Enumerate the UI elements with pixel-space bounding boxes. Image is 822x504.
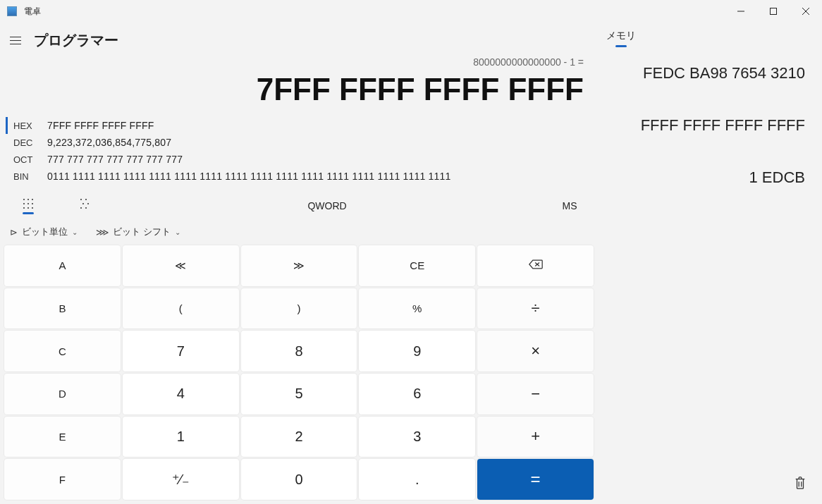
key-lpar[interactable]: (: [123, 288, 239, 329]
chevron-down-icon: ⌄: [175, 228, 180, 236]
key-ce[interactable]: CE: [359, 245, 475, 286]
backspace-icon: [529, 259, 543, 271]
memory-list: FEDC BA98 7654 3210 FFFF FFFF FFFF FFFF …: [603, 51, 811, 473]
key-3[interactable]: 3: [359, 417, 475, 457]
svg-rect-1: [771, 8, 777, 15]
titlebar-left: 電卓: [7, 6, 41, 18]
radix-label-oct: OCT: [13, 154, 37, 165]
radix-label-bin: BIN: [13, 171, 37, 182]
logic-gate-icon: ⊳: [10, 227, 18, 238]
key-multiply[interactable]: ×: [477, 331, 594, 371]
clear-memory-button[interactable]: [794, 480, 806, 492]
key-5[interactable]: 5: [241, 374, 357, 414]
key-backspace[interactable]: [477, 245, 594, 286]
bitshift-icon: ⋙: [96, 227, 109, 238]
radix-value-bin: 0111 1111 1111 1111 1111 1111 1111 1111 …: [47, 171, 450, 182]
key-d[interactable]: D: [4, 374, 121, 414]
radix-hex[interactable]: HEX 7FFF FFFF FFFF FFFF: [6, 117, 598, 134]
key-subtract[interactable]: −: [477, 374, 594, 414]
key-4[interactable]: 4: [123, 374, 239, 414]
expression-text: 8000000000000000 - 1 =: [7, 56, 584, 72]
memory-item[interactable]: FFFF FFFF FFFF FFFF: [603, 104, 811, 156]
key-8[interactable]: 8: [241, 331, 357, 371]
radix-value-hex: 7FFF FFFF FFFF FFFF: [47, 120, 154, 131]
key-e[interactable]: E: [4, 417, 121, 457]
bitwise-dropdown[interactable]: ⊳ ビット単位 ⌄: [10, 226, 78, 238]
radix-list: HEX 7FFF FFFF FFFF FFFF DEC 9,223,372,03…: [0, 111, 598, 192]
key-rpar[interactable]: ): [241, 288, 357, 329]
menu-button[interactable]: [10, 37, 24, 44]
calculator-panel: プログラマー 8000000000000000 - 1 = 7FFF FFFF …: [0, 23, 598, 504]
window-controls: [725, 0, 822, 23]
keypad: A ≪ ≫ CE B ( ) % ÷ C 7 8 9 × D 4 5 6 − E…: [0, 245, 598, 504]
bit-toggling-tab[interactable]: [56, 192, 113, 220]
bitshift-dropdown[interactable]: ⋙ ビット シフト ⌄: [96, 226, 180, 238]
memory-tab-label: メモリ: [606, 30, 636, 42]
memory-panel: メモリ FEDC BA98 7654 3210 FFFF FFFF FFFF F…: [598, 23, 822, 504]
key-equals[interactable]: =: [477, 459, 594, 500]
key-0[interactable]: 0: [241, 459, 357, 500]
maximize-button[interactable]: [757, 0, 790, 23]
key-2[interactable]: 2: [241, 417, 357, 457]
memory-tab[interactable]: メモリ: [606, 30, 636, 47]
bitshift-label: ビット シフト: [113, 226, 171, 238]
key-add[interactable]: +: [477, 417, 594, 457]
radix-dec[interactable]: DEC 9,223,372,036,854,775,807: [6, 134, 598, 151]
app-title: 電卓: [24, 6, 41, 18]
key-plusminus[interactable]: ⁺∕₋: [123, 459, 239, 500]
chevron-down-icon: ⌄: [72, 228, 78, 236]
radix-bin[interactable]: BIN 0111 1111 1111 1111 1111 1111 1111 1…: [6, 168, 598, 185]
memory-item[interactable]: 1 EDCB: [603, 156, 811, 208]
memory-item[interactable]: FEDC BA98 7654 3210: [603, 51, 811, 104]
radix-value-oct: 777 777 777 777 777 777 777: [47, 154, 183, 165]
keypad-icon: [23, 198, 34, 209]
close-button[interactable]: [790, 0, 822, 23]
key-6[interactable]: 6: [359, 374, 475, 414]
options-row: ⊳ ビット単位 ⌄ ⋙ ビット シフト ⌄: [0, 220, 598, 245]
key-f[interactable]: F: [4, 459, 121, 500]
key-c[interactable]: C: [4, 331, 121, 371]
key-divide[interactable]: ÷: [477, 288, 594, 329]
display: 8000000000000000 - 1 = 7FFF FFFF FFFF FF…: [0, 54, 598, 111]
radix-label-dec: DEC: [13, 137, 37, 148]
minimize-button[interactable]: [725, 0, 757, 23]
key-dot[interactable]: .: [359, 459, 475, 500]
bitwise-label: ビット単位: [22, 226, 68, 238]
bit-toggle-icon: [79, 198, 90, 209]
key-1[interactable]: 1: [123, 417, 239, 457]
mode-title: プログラマー: [34, 31, 118, 50]
key-9[interactable]: 9: [359, 331, 475, 371]
word-size-button[interactable]: QWORD: [113, 200, 541, 211]
key-a[interactable]: A: [4, 245, 121, 286]
key-percent[interactable]: %: [359, 288, 475, 329]
titlebar: 電卓: [0, 0, 822, 23]
key-lsh[interactable]: ≪: [123, 245, 239, 286]
radix-oct[interactable]: OCT 777 777 777 777 777 777 777: [6, 151, 598, 168]
memory-store-button[interactable]: MS: [541, 200, 598, 211]
result-text: 7FFF FFFF FFFF FFFF: [7, 72, 584, 107]
key-rsh[interactable]: ≫: [241, 245, 357, 286]
radix-value-dec: 9,223,372,036,854,775,807: [47, 137, 171, 148]
full-keypad-tab[interactable]: [0, 192, 56, 220]
key-7[interactable]: 7: [123, 331, 239, 371]
radix-label-hex: HEX: [13, 121, 37, 131]
app-icon: [7, 6, 17, 16]
trash-icon: [794, 476, 806, 490]
key-b[interactable]: B: [4, 288, 121, 329]
view-tabs: QWORD MS: [0, 192, 598, 220]
